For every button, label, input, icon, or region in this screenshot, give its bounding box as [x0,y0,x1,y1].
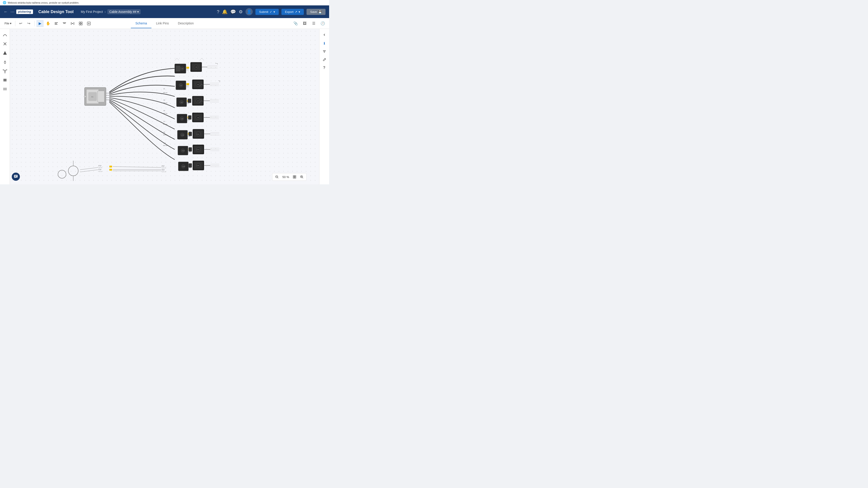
image-icon[interactable]: 🖼 [301,20,308,27]
add-component-btn[interactable] [85,20,92,27]
file-menu[interactable]: File ▾ [3,21,13,26]
svg-text:S9: S9 [163,131,165,133]
breadcrumb-assembly[interactable]: Cable Assembly ## ▾ [107,9,141,14]
grid-icon[interactable]: ⋯ [10,9,14,14]
svg-text:C5: C5 [197,84,199,85]
svg-marker-17 [3,51,7,55]
select-tool-btn[interactable]: ▶ [36,20,43,27]
svg-point-41 [84,95,86,98]
sidebar-tool-plug[interactable] [1,58,9,66]
header-nav-icons: ← ⋯ [4,9,14,14]
source-connector: C1 [84,88,110,105]
svg-rect-36 [98,91,104,102]
back-icon[interactable]: ← [4,9,8,14]
canvas[interactable]: C1 [10,29,319,184]
svg-text:C1: C1 [91,96,93,98]
svg-text:C14: C14 [182,166,185,167]
help-panel-btn[interactable]: ? [321,64,328,71]
svg-text:S5: S5 [163,110,165,111]
svg-line-188 [175,58,177,61]
sidebar-tool-curve[interactable] [1,31,9,39]
sidebar-tool-close[interactable] [1,40,9,48]
export-button[interactable]: Export ↗ ▾ [281,9,304,15]
breadcrumb-project[interactable]: My First Project [81,10,103,13]
right-sidebar: ℹ ? [319,29,329,184]
filter-panel-btn[interactable] [321,48,328,55]
settings-icon[interactable]: ⚙ [239,9,243,14]
tab-description[interactable]: Description [174,19,198,28]
connector-r3-right: C7 [188,96,219,105]
zoom-fit-btn[interactable] [291,174,298,180]
help-icon[interactable]: ? [217,9,219,14]
svg-text:C2: C2 [182,68,183,69]
notification-icon[interactable]: 🔔 [222,9,228,14]
save-icon: 💾 [318,10,322,13]
logo: pickering [16,9,33,14]
chat-icon[interactable]: 💬 [230,9,236,14]
info-panel-btn[interactable]: ℹ [321,40,328,47]
svg-line-191 [202,58,204,61]
svg-text:S1: S1 [163,88,165,90]
svg-text:F13: F13 [98,165,101,166]
edit-panel-btn[interactable] [321,56,328,63]
grid-toggle-btn[interactable] [77,20,84,27]
svg-text:C10: C10 [182,134,184,136]
history-icon[interactable]: 🕐 [319,20,327,27]
distribute-btn[interactable] [69,20,76,27]
pan-tool-btn[interactable]: ✋ [44,20,52,27]
chat-button[interactable] [12,173,20,181]
sidebar-tool-wires[interactable] [1,85,9,93]
content-area: C1 [0,29,329,184]
svg-line-214 [324,59,325,59]
svg-point-180 [58,170,66,178]
svg-rect-196 [14,175,18,177]
align-left-btn[interactable] [53,20,60,27]
attach-icon[interactable]: 📎 [292,20,299,27]
svg-line-169 [80,167,98,170]
svg-text:S7: S7 [163,121,165,122]
svg-point-25 [4,72,5,73]
svg-rect-66 [186,83,189,85]
svg-text:10 cm: 10 cm [98,167,102,168]
svg-line-208 [303,177,303,178]
toolbar-separator-2 [34,21,35,26]
avatar[interactable]: 👤 [246,8,253,15]
toolbar-left: File ▾ ↩ ↪ ▶ ✋ [3,20,92,27]
sidebar-tool-arrow[interactable] [1,49,9,57]
svg-rect-5 [71,22,71,25]
svg-text:S11: S11 [163,142,166,144]
svg-rect-206 [295,177,296,178]
svg-rect-29 [3,79,6,79]
svg-text:C4: C4 [180,85,182,86]
svg-marker-199 [15,177,16,178]
sidebar-tool-network[interactable] [1,67,9,75]
list-icon[interactable]: ☰ [310,20,317,27]
save-button[interactable]: Save 💾 [307,9,326,15]
zoom-in-btn[interactable] [299,174,305,180]
svg-text:110 cm: 110 cm [162,171,166,172]
submit-button[interactable]: Submit ✓ ▾ [255,9,278,15]
undo-btn[interactable]: ↩ [17,20,24,27]
redo-btn[interactable]: ↪ [25,20,33,27]
globe-icon: 🌐 [3,1,6,4]
svg-text:100 cm: 100 cm [163,102,167,103]
svg-rect-2 [55,24,57,25]
svg-text:100 cm: 100 cm [163,92,167,93]
collapse-panel-btn[interactable] [320,31,329,39]
svg-text:10 cm: 10 cm [98,171,102,172]
align-center-btn[interactable] [61,20,68,27]
svg-rect-156 [189,163,192,167]
sidebar-tool-layers[interactable] [1,76,9,84]
svg-rect-213 [324,52,325,53]
connector-r1-left: C2 [175,64,189,73]
breadcrumb: My First Project › Cable Assembly ## ▾ [81,9,141,14]
header-actions: ? 🔔 💬 ⚙ 👤 Submit ✓ ▾ Export ↗ ▾ Save 💾 [217,8,326,15]
zoom-out-btn[interactable] [274,174,280,180]
export-chevron-icon: ▾ [299,10,300,13]
svg-line-170 [80,170,98,172]
user-icon: 👤 [247,9,252,14]
tab-schema[interactable]: Schema [131,19,151,28]
tab-link-pins[interactable]: Link Pins [151,19,174,28]
left-sidebar [0,29,10,184]
logo-area: ← ⋯ pickering [4,9,33,14]
